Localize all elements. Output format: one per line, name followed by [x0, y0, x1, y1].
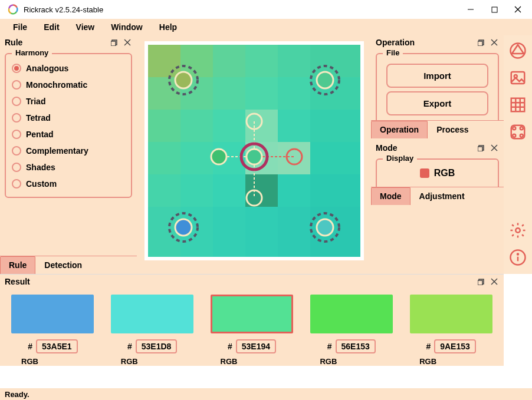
radio-icon[interactable]	[12, 64, 21, 73]
float-icon[interactable]	[477, 38, 486, 47]
tab-detection[interactable]: Detection	[35, 256, 91, 274]
svg-rect-2	[492, 7, 497, 12]
svg-rect-76	[511, 98, 525, 112]
menu-view[interactable]: View	[68, 20, 103, 34]
color-swatch[interactable]	[11, 295, 94, 333]
image-icon[interactable]	[507, 67, 528, 88]
export-button[interactable]: Export	[386, 91, 488, 115]
rgb-check-row[interactable]: RGB	[380, 163, 494, 183]
import-button[interactable]: Import	[386, 64, 488, 88]
menu-edit[interactable]: Edit	[35, 20, 67, 34]
harmony-option-pentad[interactable]: Pentad	[11, 126, 126, 143]
rgb-label: RGB	[121, 357, 138, 366]
icon-rail	[504, 35, 532, 274]
hex-row: #53A5E1	[28, 339, 77, 353]
info-icon[interactable]	[507, 247, 528, 268]
checkbox-icon[interactable]	[420, 168, 429, 178]
statusbar: Ready.	[0, 388, 532, 400]
svg-rect-65	[478, 41, 482, 46]
menu-file[interactable]: File	[5, 20, 35, 34]
float-icon[interactable]	[477, 143, 486, 153]
radio-icon[interactable]	[12, 179, 21, 189]
hex-input[interactable]: 9AE153	[434, 339, 476, 353]
color-swatch[interactable]	[410, 295, 492, 333]
tab-rule[interactable]: Rule	[0, 256, 35, 274]
svg-point-63	[287, 149, 302, 164]
hash-label: #	[327, 342, 332, 351]
radio-icon[interactable]	[12, 97, 21, 106]
hash-label: #	[228, 342, 232, 351]
tab-mode[interactable]: Mode	[371, 187, 411, 205]
mode-title: Mode	[376, 143, 473, 153]
maximize-button[interactable]	[482, 0, 506, 19]
harmony-option-custom[interactable]: Custom	[11, 176, 126, 192]
status-text: Ready.	[5, 390, 29, 399]
color-swatch[interactable]	[310, 295, 393, 333]
harmony-label: Triad	[26, 97, 45, 106]
svg-marker-72	[512, 45, 524, 54]
tab-process[interactable]: Process	[428, 121, 477, 138]
menu-help[interactable]: Help	[151, 20, 185, 34]
radio-icon[interactable]	[12, 80, 21, 90]
close-button[interactable]	[506, 0, 530, 19]
swatch-col: #9AE153RGB	[408, 295, 494, 366]
tab-operation[interactable]: Operation	[371, 121, 428, 138]
swatch-col: #53E194RGB	[209, 295, 295, 366]
hex-row: #53E194	[228, 339, 276, 353]
harmony-option-monochromatic[interactable]: Monochromatic	[11, 77, 126, 93]
hex-row: #56E153	[327, 339, 376, 353]
minimize-button[interactable]	[459, 0, 482, 19]
close-icon[interactable]	[123, 38, 132, 47]
display-legend: Display	[383, 154, 417, 163]
color-swatch[interactable]	[111, 295, 193, 333]
result-dock: Result #53A5E1RGB#53E1D8RGB#53E194RGB#56…	[0, 274, 504, 366]
harmony-option-complementary[interactable]: Complementary	[11, 143, 126, 159]
mode-tabs: Mode Adjustment	[371, 187, 504, 205]
close-icon[interactable]	[490, 277, 499, 286]
harmony-label: Analogous	[26, 64, 68, 73]
board-icon[interactable]	[507, 121, 528, 143]
harmony-label: Complementary	[26, 146, 88, 156]
right-panel: Operation File Import Export Operation P…	[371, 35, 504, 274]
svg-rect-74	[511, 72, 525, 84]
hex-input[interactable]: 53E194	[236, 339, 276, 353]
radio-icon[interactable]	[12, 163, 21, 172]
float-icon[interactable]	[110, 38, 119, 47]
harmony-group: Harmony AnalogousMonochromaticTriadTetra…	[5, 53, 132, 198]
app-logo-icon	[7, 4, 19, 15]
hex-input[interactable]: 56E153	[336, 339, 376, 353]
svg-point-86	[515, 228, 520, 233]
hex-input[interactable]: 53E1D8	[136, 339, 178, 353]
hex-row: #53E1D8	[127, 339, 177, 353]
svg-point-57	[317, 219, 333, 236]
svg-point-82	[513, 127, 515, 130]
gear-icon[interactable]	[507, 220, 528, 241]
harmony-option-shades[interactable]: Shades	[11, 159, 126, 176]
rgb-label: RGB	[21, 357, 38, 366]
color-canvas[interactable]	[145, 41, 364, 260]
harmony-option-tetrad[interactable]: Tetrad	[11, 110, 126, 126]
svg-rect-69	[478, 147, 482, 151]
close-icon[interactable]	[490, 143, 499, 153]
operation-tabs: Operation Process	[371, 120, 504, 138]
center-panel	[137, 35, 371, 274]
harmony-option-analogous[interactable]: Analogous	[11, 60, 126, 77]
menu-window[interactable]: Window	[103, 20, 151, 34]
wheel-icon[interactable]	[507, 40, 528, 61]
result-title: Result	[5, 277, 473, 286]
result-header: Result	[0, 275, 504, 289]
radio-icon[interactable]	[12, 113, 21, 123]
tab-adjustment[interactable]: Adjustment	[411, 187, 474, 205]
titlebar: Rickrack v2.5.24-stable	[0, 0, 532, 19]
hash-label: #	[28, 342, 32, 351]
harmony-label: Monochromatic	[26, 80, 87, 90]
radio-icon[interactable]	[12, 146, 21, 156]
operation-title: Operation	[376, 38, 473, 47]
harmony-option-triad[interactable]: Triad	[11, 93, 126, 110]
radio-icon[interactable]	[12, 130, 21, 139]
grid-icon[interactable]	[507, 94, 528, 115]
close-icon[interactable]	[490, 38, 499, 47]
hex-input[interactable]: 53A5E1	[36, 339, 78, 353]
color-swatch[interactable]	[211, 295, 293, 333]
float-icon[interactable]	[477, 277, 486, 286]
